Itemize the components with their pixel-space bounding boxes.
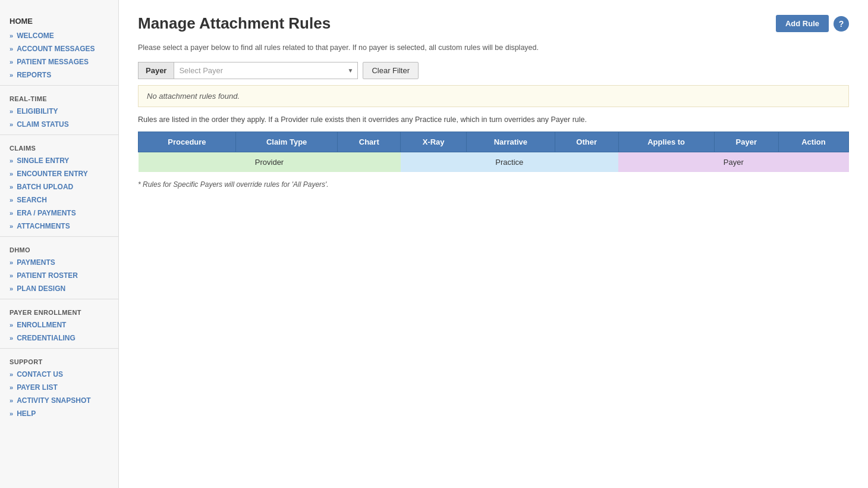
add-rule-button[interactable]: Add Rule bbox=[776, 15, 829, 32]
app-container: HOME » WELCOME » ACCOUNT MESSAGES » PATI… bbox=[0, 0, 868, 488]
page-title: Manage Attachment Rules bbox=[138, 14, 331, 33]
sidebar-item-label: PAYMENTS bbox=[17, 258, 55, 267]
sidebar-section-realtime: REAL-TIME bbox=[0, 89, 118, 105]
page-header: Manage Attachment Rules Add Rule ? bbox=[138, 14, 849, 33]
sidebar-item-claim-status[interactable]: » CLAIM STATUS bbox=[0, 118, 118, 131]
help-icon[interactable]: ? bbox=[834, 16, 849, 32]
payer-cell: Payer bbox=[618, 152, 848, 172]
sidebar-divider bbox=[0, 236, 118, 237]
payer-select[interactable]: Select Payer bbox=[174, 62, 358, 79]
arrow-icon: » bbox=[10, 170, 13, 177]
sidebar-item-payer-list[interactable]: » PAYER LIST bbox=[0, 381, 118, 394]
arrow-icon: » bbox=[10, 259, 13, 266]
sidebar-divider bbox=[0, 134, 118, 135]
sidebar-item-label: SINGLE ENTRY bbox=[17, 157, 69, 165]
sidebar-item-label: PLAN DESIGN bbox=[17, 284, 65, 293]
sidebar-item-patient-roster[interactable]: » PATIENT ROSTER bbox=[0, 269, 118, 282]
sidebar-item-label: ACCOUNT MESSAGES bbox=[17, 45, 95, 53]
sidebar-item-help[interactable]: » HELP bbox=[0, 407, 118, 420]
arrow-icon: » bbox=[10, 397, 13, 404]
sidebar-item-welcome[interactable]: » WELCOME bbox=[0, 29, 118, 42]
sidebar-item-activity-snapshot[interactable]: » ACTIVITY SNAPSHOT bbox=[0, 394, 118, 407]
sidebar-item-search[interactable]: » SEARCH bbox=[0, 193, 118, 207]
sidebar-item-plan-design[interactable]: » PLAN DESIGN bbox=[0, 282, 118, 295]
header-buttons: Add Rule ? bbox=[776, 15, 849, 32]
arrow-icon: » bbox=[10, 108, 13, 115]
th-action: Action bbox=[778, 132, 848, 152]
no-rules-message: No attachment rules found. bbox=[147, 92, 240, 101]
payer-label: Payer bbox=[138, 62, 174, 79]
sidebar-item-label: PATIENT MESSAGES bbox=[17, 58, 89, 66]
arrow-icon: » bbox=[10, 121, 13, 128]
th-xray: X-Ray bbox=[401, 132, 467, 152]
table-header: Procedure Claim Type Chart X-Ray Narrati… bbox=[139, 132, 849, 152]
no-rules-notice: No attachment rules found. bbox=[138, 85, 849, 107]
sidebar-section-dhmo: DHMO bbox=[0, 240, 118, 256]
sidebar-section-payer-enrollment: PAYER ENROLLMENT bbox=[0, 303, 118, 318]
th-chart: Chart bbox=[338, 132, 401, 152]
arrow-icon: » bbox=[10, 371, 13, 378]
table-header-row: Procedure Claim Type Chart X-Ray Narrati… bbox=[139, 132, 849, 152]
rules-description: Rules are listed in the order they apply… bbox=[138, 114, 849, 126]
arrow-icon: » bbox=[10, 157, 13, 164]
sidebar-item-account-messages[interactable]: » ACCOUNT MESSAGES bbox=[0, 42, 118, 55]
sidebar-item-label: ATTACHMENTS bbox=[17, 222, 70, 230]
th-other: Other bbox=[555, 132, 618, 152]
sidebar-item-label: CREDENTIALING bbox=[17, 334, 76, 342]
sidebar-divider bbox=[0, 85, 118, 86]
sidebar-item-label: BATCH UPLOAD bbox=[17, 183, 73, 191]
th-procedure: Procedure bbox=[139, 132, 236, 152]
sidebar-item-batch-upload[interactable]: » BATCH UPLOAD bbox=[0, 180, 118, 193]
sidebar-item-label: HELP bbox=[17, 409, 36, 418]
provider-cell: Provider bbox=[139, 152, 401, 172]
sidebar-item-payments[interactable]: » PAYMENTS bbox=[0, 256, 118, 269]
sidebar-item-patient-messages[interactable]: » PATIENT MESSAGES bbox=[0, 55, 118, 68]
rules-table: Procedure Claim Type Chart X-Ray Narrati… bbox=[138, 132, 849, 172]
table-row-color-legend: Provider Practice Payer bbox=[139, 152, 849, 172]
arrow-icon: » bbox=[10, 384, 13, 391]
sidebar-item-credentialing[interactable]: » CREDENTIALING bbox=[0, 331, 118, 345]
sidebar-item-label: PAYER LIST bbox=[17, 383, 58, 392]
sidebar-divider bbox=[0, 299, 118, 299]
sidebar-item-label: ENROLLMENT bbox=[17, 321, 66, 329]
practice-cell: Practice bbox=[401, 152, 619, 172]
arrow-icon: » bbox=[10, 223, 13, 230]
arrow-icon: » bbox=[10, 285, 13, 292]
th-payer: Payer bbox=[714, 132, 778, 152]
arrow-icon: » bbox=[10, 196, 13, 204]
sidebar-item-single-entry[interactable]: » SINGLE ENTRY bbox=[0, 154, 118, 167]
arrow-icon: » bbox=[10, 183, 13, 190]
sidebar-item-attachments[interactable]: » ATTACHMENTS bbox=[0, 220, 118, 233]
sidebar-item-enrollment[interactable]: » ENROLLMENT bbox=[0, 318, 118, 331]
main-content: Manage Attachment Rules Add Rule ? Pleas… bbox=[119, 0, 868, 488]
sidebar: HOME » WELCOME » ACCOUNT MESSAGES » PATI… bbox=[0, 0, 119, 488]
arrow-icon: » bbox=[10, 45, 13, 52]
arrow-icon: » bbox=[10, 321, 13, 329]
sidebar-item-label: SEARCH bbox=[17, 196, 47, 204]
filter-row: Payer Select Payer Clear Filter bbox=[138, 62, 849, 79]
page-description: Please select a payer below to find all … bbox=[138, 42, 849, 54]
sidebar-item-encounter-entry[interactable]: » ENCOUNTER ENTRY bbox=[0, 167, 118, 180]
th-claim-type: Claim Type bbox=[235, 132, 338, 152]
th-narrative: Narrative bbox=[467, 132, 555, 152]
sidebar-item-label: ELIGIBILITY bbox=[17, 107, 58, 115]
sidebar-item-contact-us[interactable]: » CONTACT US bbox=[0, 368, 118, 381]
arrow-icon: » bbox=[10, 410, 13, 417]
sidebar-item-label: ENCOUNTER ENTRY bbox=[17, 170, 88, 178]
arrow-icon: » bbox=[10, 334, 13, 342]
payer-select-wrapper: Select Payer bbox=[174, 62, 358, 79]
sidebar-item-era-payments[interactable]: » ERA / PAYMENTS bbox=[0, 207, 118, 220]
clear-filter-button[interactable]: Clear Filter bbox=[363, 62, 419, 79]
sidebar-item-label: ACTIVITY SNAPSHOT bbox=[17, 396, 90, 405]
sidebar-home-label: HOME bbox=[0, 12, 118, 29]
sidebar-item-label: CONTACT US bbox=[17, 370, 63, 378]
sidebar-item-reports[interactable]: » REPORTS bbox=[0, 68, 118, 82]
sidebar-item-eligibility[interactable]: » ELIGIBILITY bbox=[0, 105, 118, 118]
sidebar-divider bbox=[0, 348, 118, 349]
arrow-icon: » bbox=[10, 32, 13, 39]
table-body: Provider Practice Payer bbox=[139, 152, 849, 172]
arrow-icon: » bbox=[10, 209, 13, 217]
sidebar-section-support: SUPPORT bbox=[0, 352, 118, 368]
sidebar-item-label: ERA / PAYMENTS bbox=[17, 209, 76, 217]
sidebar-item-label: REPORTS bbox=[17, 71, 51, 79]
